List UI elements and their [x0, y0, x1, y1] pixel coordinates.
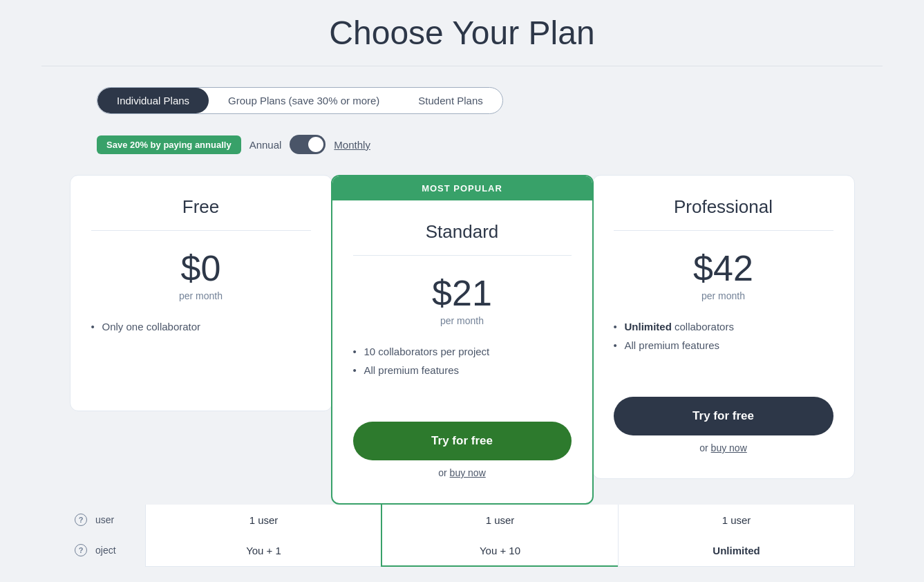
feature-free-1: Only one collaborator [91, 321, 311, 332]
plan-price-professional: $42 per month [614, 247, 833, 301]
plan-card-standard: MOST POPULAR Standard $21 per month 10 c… [331, 175, 594, 505]
save-badge: Save 20% by paying annually [97, 135, 241, 154]
price-period-free: per month [91, 290, 311, 301]
tab-individual-plans[interactable]: Individual Plans [97, 88, 209, 113]
tabs-group: Individual Plans Group Plans (save 30% o… [97, 87, 503, 114]
feature-standard-1: 10 collaborators per project [353, 346, 572, 357]
tab-student-plans[interactable]: Student Plans [399, 88, 502, 113]
plan-price-standard: $21 per month [353, 272, 572, 326]
plan-card-free: Free $0 per month Only one collaborator [70, 175, 332, 411]
try-btn-professional[interactable]: Try for free [614, 397, 833, 435]
billing-toggle[interactable] [290, 135, 326, 154]
tabs-container: Individual Plans Group Plans (save 30% o… [97, 87, 883, 114]
collaborators-professional: Unlimited [619, 535, 854, 565]
help-icon-user[interactable]: ? [75, 514, 87, 526]
label-row-user: ? user [69, 505, 145, 535]
annual-label: Annual [249, 139, 282, 151]
plan-content-standard: Standard $21 per month 10 collaborators … [332, 200, 592, 503]
popular-badge: MOST POPULAR [332, 176, 592, 200]
billing-toggle-row: Save 20% by paying annually Annual Month… [97, 135, 883, 154]
label-row-project: ? oject [69, 535, 145, 565]
monthly-label[interactable]: Monthly [334, 139, 370, 151]
plan-price-free: $0 per month [91, 247, 311, 301]
label-text-user: user [95, 514, 114, 525]
price-amount-professional: $42 [614, 247, 833, 289]
price-amount-free: $0 [91, 247, 311, 289]
label-column: ? user ? oject [69, 505, 145, 567]
plan-content-professional: Professional $42 per month Unlimited col… [593, 176, 854, 478]
users-free: 1 user [146, 505, 381, 535]
page-title: Choose Your Plan [41, 14, 883, 66]
plan-features-standard: 10 collaborators per project All premium… [353, 346, 572, 401]
plan-name-professional: Professional [614, 196, 833, 231]
or-text-professional: or [699, 442, 708, 453]
toggle-thumb [308, 137, 323, 152]
or-buy-standard: or buy now [353, 467, 572, 478]
buy-now-professional[interactable]: buy now [711, 442, 747, 453]
feature-bold-unlimited: Unlimited [625, 321, 672, 332]
buy-now-standard[interactable]: buy now [450, 467, 486, 478]
bottom-col-standard: 1 user You + 10 [381, 505, 619, 567]
plan-card-professional: Professional $42 per month Unlimited col… [592, 175, 855, 479]
help-icon-project[interactable]: ? [75, 544, 87, 556]
page-container: Choose Your Plan Individual Plans Group … [0, 0, 924, 582]
feature-professional-1: Unlimited collaborators [614, 321, 833, 332]
plan-name-standard: Standard [353, 221, 572, 256]
users-professional: 1 user [619, 505, 854, 535]
bottom-col-free: 1 user You + 1 [145, 505, 382, 567]
plan-content-free: Free $0 per month Only one collaborator [70, 176, 332, 411]
feature-standard-2: All premium features [353, 364, 572, 376]
price-amount-standard: $21 [353, 272, 572, 314]
plan-features-professional: Unlimited collaborators All premium feat… [614, 321, 833, 376]
label-text-project: oject [95, 545, 116, 556]
price-period-professional: per month [614, 290, 833, 301]
feature-text-collaborators: collaborators [672, 321, 734, 332]
try-btn-standard[interactable]: Try for free [353, 422, 572, 460]
users-standard: 1 user [382, 505, 618, 535]
collaborators-free: You + 1 [146, 535, 381, 565]
or-text-standard: or [438, 467, 446, 478]
or-buy-professional: or buy now [614, 442, 833, 453]
price-period-standard: per month [353, 315, 572, 326]
plan-features-free: Only one collaborator [91, 321, 311, 376]
tab-group-plans[interactable]: Group Plans (save 30% or more) [209, 88, 399, 113]
toggle-track [290, 135, 326, 154]
plan-name-free: Free [91, 196, 311, 231]
plans-container: Free $0 per month Only one collaborator … [69, 175, 855, 505]
bottom-col-professional: 1 user Unlimited [618, 505, 855, 567]
collaborators-standard: You + 10 [382, 535, 618, 565]
feature-professional-2: All premium features [614, 339, 833, 351]
bottom-rows-container: ? user ? oject 1 user You + 1 1 user You… [69, 505, 855, 567]
